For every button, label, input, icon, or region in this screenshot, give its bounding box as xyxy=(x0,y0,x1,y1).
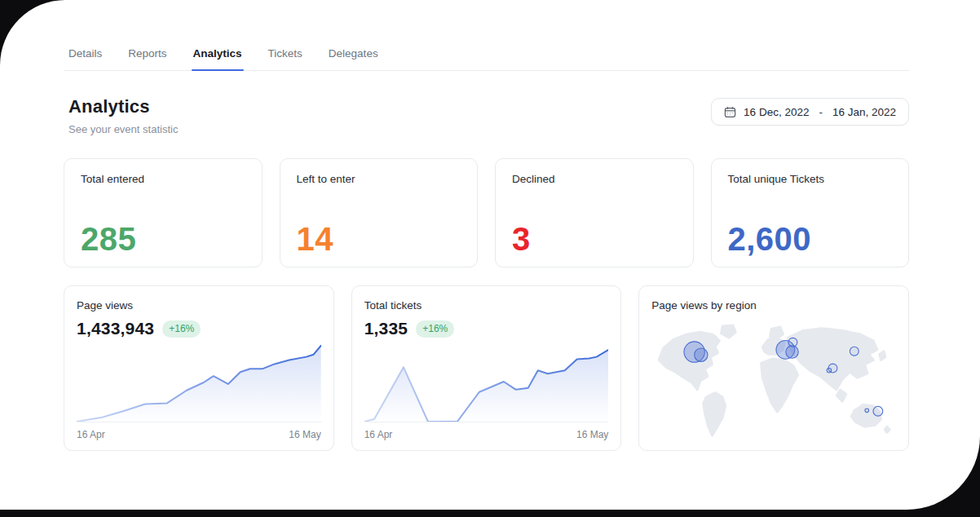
page-subtitle: See your event statistic xyxy=(68,123,178,135)
date-range-end: 16 Jan, 2022 xyxy=(832,106,896,118)
x-axis-label-end: 16 May xyxy=(576,429,608,440)
map-bubble xyxy=(865,409,869,413)
page-title: Analytics xyxy=(68,96,178,117)
page-header: Analytics See your event statistic 16 De… xyxy=(64,96,909,135)
date-range-start: 16 Dec, 2022 xyxy=(744,106,809,118)
change-badge: +16% xyxy=(162,320,201,338)
stat-value: 14 xyxy=(297,223,461,255)
tab-bar: Details Reports Analytics Tickets Delega… xyxy=(64,47,909,71)
line-chart-page-views xyxy=(77,342,321,422)
change-badge: +16% xyxy=(416,320,454,338)
stat-card-total-unique-tickets: Total unique Tickets 2,600 xyxy=(711,158,910,267)
map-bubble xyxy=(873,406,883,416)
tab-reports[interactable]: Reports xyxy=(128,47,166,70)
stat-label: Total entered xyxy=(81,173,245,185)
chart-title: Page views xyxy=(77,299,321,312)
stat-label: Declined xyxy=(512,173,677,185)
chart-value: 1,335 xyxy=(364,319,408,338)
map-bubble xyxy=(788,338,797,347)
map-bubble xyxy=(828,369,832,373)
stat-card-declined: Declined 3 xyxy=(495,158,694,267)
tab-analytics[interactable]: Analytics xyxy=(193,47,242,70)
date-range-picker[interactable]: 16 Dec, 2022 - 16 Jan, 2022 xyxy=(711,98,909,126)
stat-value: 2,600 xyxy=(728,223,893,255)
stat-value: 3 xyxy=(512,223,677,255)
x-axis-label-end: 16 May xyxy=(289,429,320,440)
x-axis-label-start: 16 Apr xyxy=(77,429,105,440)
tab-delegates[interactable]: Delegates xyxy=(329,47,378,70)
chart-card-total-tickets: Total tickets 1,335 +16% 16 Apr 16 May xyxy=(351,285,622,451)
stat-label: Left to enter xyxy=(297,173,461,185)
map-bubble xyxy=(695,348,708,361)
chart-title: Total tickets xyxy=(364,299,609,312)
stat-value: 285 xyxy=(81,223,245,255)
x-axis: 16 Apr 16 May xyxy=(364,422,609,442)
map-bubble xyxy=(786,346,798,358)
charts-row: Page views 1,433,943 +16% 16 Apr 16 May … xyxy=(64,285,909,451)
tab-details[interactable]: Details xyxy=(68,47,102,70)
stat-label: Total unique Tickets xyxy=(728,173,893,185)
date-range-separator: - xyxy=(816,106,825,118)
chart-card-page-views: Page views 1,433,943 +16% 16 Apr 16 May xyxy=(64,285,334,451)
app-window: Details Reports Analytics Tickets Delega… xyxy=(0,0,980,510)
world-map xyxy=(651,318,896,444)
stat-card-total-entered: Total entered 285 xyxy=(64,158,263,267)
map-bubble xyxy=(850,347,859,356)
line-chart-total-tickets xyxy=(364,342,609,422)
stat-card-left-to-enter: Left to enter 14 xyxy=(280,158,479,267)
tab-tickets[interactable]: Tickets xyxy=(268,47,302,70)
calendar-icon xyxy=(724,106,736,118)
x-axis: 16 Apr 16 May xyxy=(77,422,321,442)
map-title: Page views by region xyxy=(651,299,896,312)
map-card-page-views-by-region: Page views by region xyxy=(638,285,909,451)
chart-value: 1,433,943 xyxy=(77,319,154,338)
x-axis-label-start: 16 Apr xyxy=(364,429,393,440)
stat-cards-row: Total entered 285 Left to enter 14 Decli… xyxy=(64,158,909,267)
